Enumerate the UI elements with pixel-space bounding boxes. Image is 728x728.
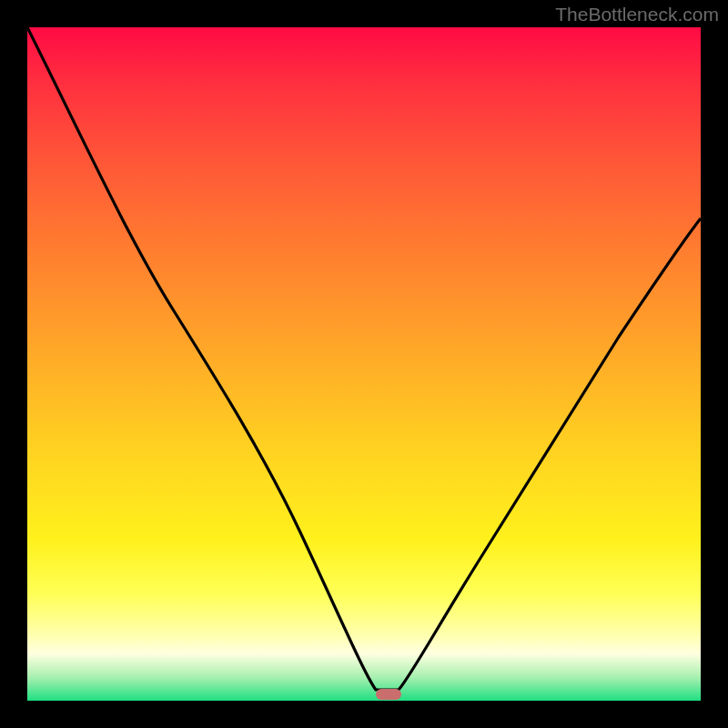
optimal-marker xyxy=(376,689,401,700)
chart-frame: TheBottleneck.com xyxy=(0,0,728,728)
watermark-text: TheBottleneck.com xyxy=(555,4,719,25)
curve-path xyxy=(27,27,701,690)
plot-area xyxy=(27,27,701,701)
bottleneck-curve xyxy=(27,27,701,701)
